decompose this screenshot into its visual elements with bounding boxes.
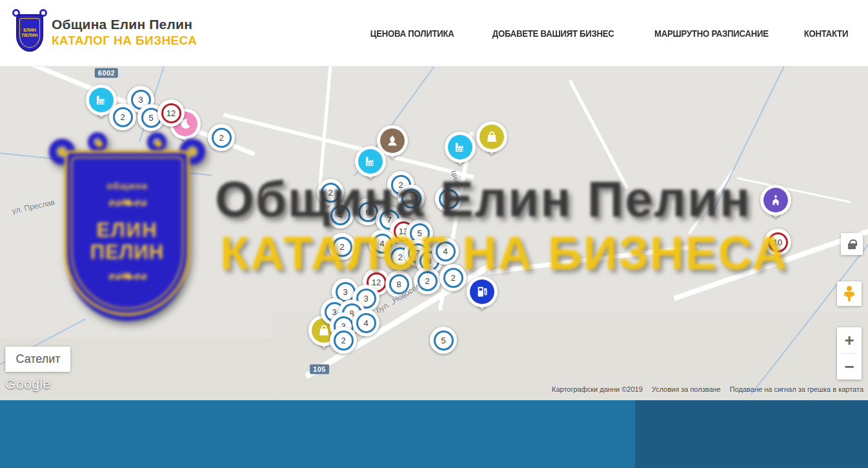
map[interactable]: 3251222352467135242784128223338342510 60… bbox=[0, 66, 868, 400]
road-shield-label: 6002 bbox=[95, 68, 118, 78]
site-subtitle: КАТАЛОГ НА БИЗНЕСА bbox=[52, 34, 197, 48]
nav-contacts[interactable]: КОНТАКТИ bbox=[804, 28, 848, 39]
cluster-marker[interactable]: 4 bbox=[432, 238, 459, 265]
lock-icon bbox=[848, 243, 856, 249]
map-lock-button[interactable] bbox=[841, 233, 863, 255]
pegman-icon bbox=[842, 285, 856, 302]
cluster-marker[interactable]: 4 bbox=[327, 201, 354, 229]
map-type-satellite-button[interactable]: Сателит bbox=[5, 347, 70, 372]
road-shield-label: 105 bbox=[310, 365, 329, 374]
cluster-marker[interactable]: 5 bbox=[435, 185, 462, 212]
site-logo[interactable]: ЕЛИН ПЕЛИН Община Елин Пелин КАТАЛОГ НА … bbox=[14, 10, 197, 54]
street-name-label: ул. Преслав bbox=[11, 198, 56, 216]
factory-pin-marker[interactable] bbox=[355, 146, 386, 185]
shopping-bag-pin-marker[interactable] bbox=[476, 121, 507, 160]
nav-add-your-business[interactable]: ДОБАВЕТЕ ВАШИЯТ БИЗНЕС bbox=[492, 28, 614, 39]
zoom-out-button[interactable]: − bbox=[837, 354, 862, 380]
cluster-marker[interactable]: 3 bbox=[398, 185, 425, 212]
search-bar: ✎ Категория Местоположение ⚙ ТЪРСЕНЕ bbox=[0, 400, 868, 468]
header: ЕЛИН ПЕЛИН Община Елин Пелин КАТАЛОГ НА … bbox=[0, 0, 868, 66]
zoom-control: + − bbox=[837, 327, 862, 380]
crest-small-name1: ЕЛИН bbox=[23, 28, 36, 33]
municipality-crest-icon: ЕЛИН ПЕЛИН bbox=[14, 10, 45, 54]
cluster-marker[interactable]: 5 bbox=[430, 327, 457, 354]
cluster-marker[interactable]: 12 bbox=[157, 99, 185, 127]
site-title: Община Елин Пелин bbox=[52, 17, 197, 32]
attribution-map-data: Картографски данни ©2019 bbox=[552, 385, 643, 393]
cluster-marker[interactable]: 10 bbox=[764, 229, 791, 256]
search-button-panel bbox=[635, 400, 868, 468]
church-pin-marker[interactable] bbox=[760, 185, 791, 223]
cluster-marker[interactable]: 2 bbox=[330, 327, 357, 354]
nav-route-schedule[interactable]: МАРШРУТНО РАЗПИСАНИЕ bbox=[654, 28, 769, 39]
attribution-terms-link[interactable]: Условия за ползване bbox=[652, 385, 721, 393]
fuel-pin-marker[interactable] bbox=[467, 276, 498, 315]
main-nav: ЦЕНОВА ПОЛИТИКА ДОБАВЕТЕ ВАШИЯТ БИЗНЕС М… bbox=[365, 0, 851, 66]
zoom-in-button[interactable]: + bbox=[837, 327, 862, 353]
street-view-pegman-button[interactable] bbox=[837, 281, 862, 306]
cluster-marker[interactable]: 2 bbox=[439, 264, 467, 291]
cluster-marker[interactable]: 2 bbox=[109, 103, 136, 130]
google-logo[interactable]: Google bbox=[5, 376, 51, 392]
attribution-report-error-link[interactable]: Подаване на сигнал за грешка в картата bbox=[730, 385, 863, 393]
map-type-control: Карта Сателит bbox=[5, 347, 70, 372]
cluster-marker[interactable]: 2 bbox=[328, 233, 356, 260]
cluster-marker[interactable]: 2 bbox=[208, 124, 235, 151]
cluster-marker[interactable]: 4 bbox=[352, 309, 379, 336]
nav-pricing-policy[interactable]: ЦЕНОВА ПОЛИТИКА bbox=[370, 28, 454, 39]
map-attribution: Картографски данни ©2019 Условия за полз… bbox=[552, 385, 863, 393]
crest-small-name2: ПЕЛИН bbox=[22, 33, 38, 38]
factory-pin-marker[interactable] bbox=[445, 132, 476, 170]
street-name-label: ции" bbox=[450, 169, 463, 187]
